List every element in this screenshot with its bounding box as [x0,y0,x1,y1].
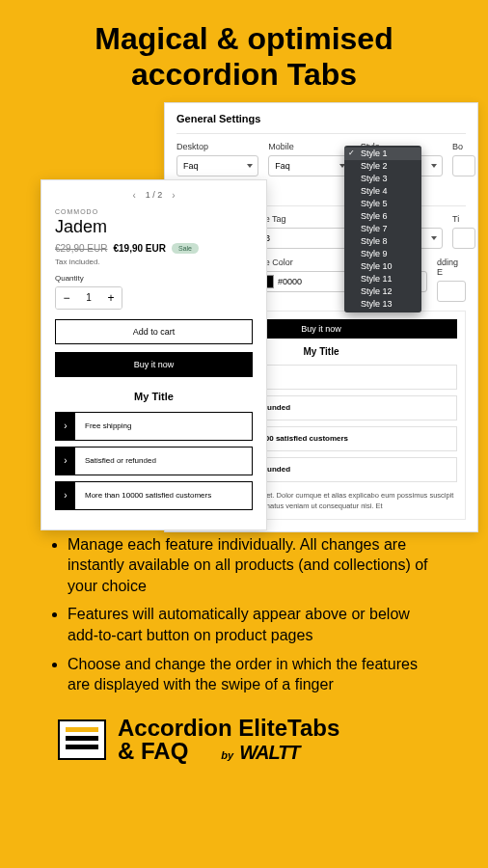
chevron-right-icon: › [56,448,75,475]
hero-line-1: Magical & optimised [0,21,488,57]
select-desktop[interactable]: Faq [176,155,258,176]
tax-note: Tax included. [55,258,253,266]
sale-badge: Sale [172,243,199,254]
label-ti: Ti [452,214,466,224]
style-option[interactable]: Style 11 [344,273,421,285]
feature-bullets: Manage each feature individually. All ch… [0,527,488,695]
select-desktop-value: Faq [176,155,258,176]
label-desktop: Desktop [176,142,258,151]
bullet-item: Manage each feature individually. All ch… [68,534,442,597]
add-to-cart-button[interactable]: Add to cart [55,319,253,344]
qty-value: 1 [77,292,100,303]
accordion-row[interactable]: › Free shipping [55,412,253,441]
label-padding: dding E [437,258,466,277]
brand-author: WALTT [239,743,299,762]
style-option[interactable]: Style 12 [344,285,421,298]
style-option[interactable]: Style 4 [344,185,421,198]
field-desktop: Desktop Faq [176,142,258,176]
select-mobile-value: Faq [268,155,350,176]
image-pager: ‹ 1 / 2 › [55,190,253,201]
chevron-left-icon[interactable]: ‹ [132,190,135,201]
chevron-right-icon[interactable]: › [172,190,175,201]
label-border: Bo [452,142,466,151]
style-option[interactable]: Style 7 [344,223,421,235]
bullet-item: Choose and change the order in which the… [68,654,442,695]
style-option[interactable]: Style 5 [344,198,421,210]
brand-footer: Accordion EliteTabs & FAQ by WALTT [0,703,488,763]
style-option[interactable]: Style 9 [344,248,421,260]
style-option[interactable]: Style 1 [344,148,421,160]
quantity-label: Quantity [55,274,253,283]
brand-logo-icon [58,719,106,760]
bullet-item: Features will automatically appear above… [68,604,442,645]
field-padding-cut: dding E [437,258,466,302]
style-option[interactable]: Style 13 [344,298,421,311]
brand-by: by [221,750,233,761]
accordion-row[interactable]: › More than 10000 satisfied customers [55,481,253,510]
style-dropdown[interactable]: Style 1Style 2Style 3Style 4Style 5Style… [344,146,421,312]
color-value: #0000 [278,277,302,286]
accordion-row-label: Satisfied or refunded [85,456,156,465]
brand-faq: & FAQ [118,740,188,763]
select-mobile[interactable]: Faq [268,155,350,176]
chevron-right-icon: › [56,413,75,440]
style-option[interactable]: Style 3 [344,173,421,185]
price-line: €29,90 EUR €19,90 EUR Sale [55,243,253,254]
accordion-row[interactable]: › Satisfied or refunded [55,447,253,475]
field-mobile: Mobile Faq [268,142,350,176]
buy-now-button[interactable]: Buy it now [55,352,253,377]
product-name: Jadem [55,217,253,237]
label-mobile: Mobile [268,142,350,151]
qty-plus-button[interactable]: + [100,287,122,309]
vendor-label: COMMODO [55,208,253,215]
accordion-row-label: More than 10000 satisfied customers [85,491,211,500]
hero-line-2: accordion Tabs [0,57,488,93]
field-ti-cut: Ti [452,214,466,249]
pager-text: 1 / 2 [146,190,163,200]
new-price: €19,90 EUR [113,243,165,254]
field-border-cut: Bo [452,142,466,176]
divider [176,133,466,134]
style-option[interactable]: Style 2 [344,160,421,173]
quantity-stepper: − 1 + [55,286,122,310]
brand-text: Accordion EliteTabs & FAQ by WALTT [118,717,339,763]
chevron-right-icon: › [56,482,75,509]
product-card: ‹ 1 / 2 › COMMODO Jadem €29,90 EUR €19,9… [41,179,267,530]
style-option[interactable]: Style 8 [344,235,421,248]
product-section-title: My Title [55,391,253,402]
accordion-row-label: Free shipping [85,421,131,430]
general-settings-heading: General Settings [176,113,466,124]
screenshot-collage: General Settings Desktop Faq Mobile Faq … [0,102,488,527]
style-option[interactable]: Style 10 [344,260,421,273]
brand-line-1: Accordion EliteTabs [118,717,339,740]
qty-minus-button[interactable]: − [56,287,77,309]
old-price: €29,90 EUR [55,243,107,254]
hero-title: Magical & optimised accordion Tabs [0,0,488,93]
style-option[interactable]: Style 6 [344,210,421,223]
